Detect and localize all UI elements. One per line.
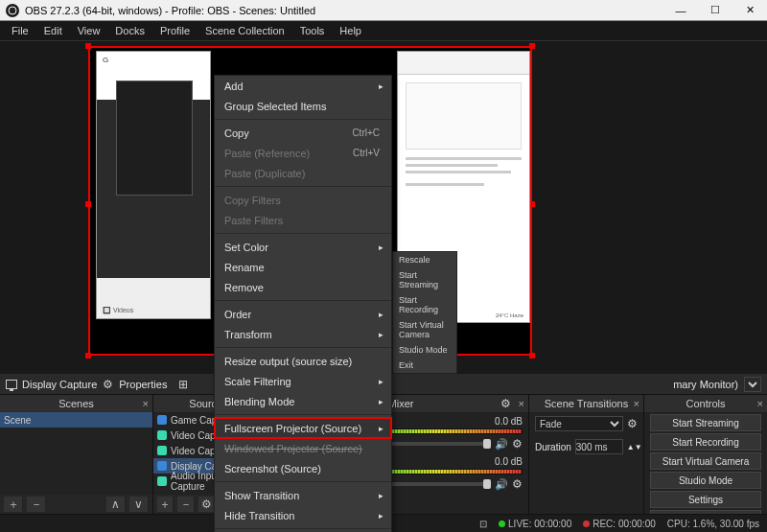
menu-scene-collection[interactable]: Scene Collection: [198, 23, 292, 38]
submenu-item[interactable]: Start Recording: [393, 292, 456, 317]
preview-area[interactable]: G 🔲 Videos 24°C Haze RescaleStart Stream…: [0, 40, 767, 373]
ctx-windowed-projector-source-[interactable]: Windowed Projector (Source): [215, 438, 391, 458]
control-start-virtual-camera-button[interactable]: Start Virtual Camera: [650, 452, 761, 470]
remove-scene-button[interactable]: －: [27, 497, 46, 512]
source-type-icon: [157, 415, 167, 425]
menu-file[interactable]: File: [4, 23, 36, 38]
properties-label[interactable]: Properties: [119, 379, 167, 390]
add-scene-button[interactable]: ＋: [4, 497, 23, 512]
rec-label: REC: 00:00:00: [593, 519, 656, 529]
scene-up-button[interactable]: ∧: [106, 497, 126, 512]
ctx-blending-mode[interactable]: Blending Mode▸: [215, 391, 391, 411]
maximize-button[interactable]: ☐: [698, 0, 732, 21]
ctx-remove[interactable]: Remove: [215, 277, 391, 297]
ctx-paste-duplicate-: Paste (Duplicate): [215, 163, 391, 183]
context-submenu[interactable]: RescaleStart StreamingStart RecordingSta…: [392, 251, 457, 374]
shortcut-label: Ctrl+C: [352, 127, 380, 138]
dock-close-icon[interactable]: ×: [143, 398, 149, 409]
duration-label: Duration: [535, 442, 571, 452]
resize-handle[interactable]: [85, 201, 91, 207]
speaker-icon[interactable]: 🔊: [495, 478, 508, 491]
submenu-item[interactable]: Exit: [393, 358, 456, 373]
transition-select[interactable]: Fade: [535, 416, 623, 431]
ctx-rename[interactable]: Rename: [215, 257, 391, 277]
control-exit-button[interactable]: Exit: [650, 510, 761, 514]
ctx-resize-output-source-size-[interactable]: Resize output (source size): [215, 351, 391, 371]
control-settings-button[interactable]: Settings: [650, 491, 761, 508]
source-properties-button[interactable]: ⚙: [103, 378, 113, 391]
ctx-order[interactable]: Order▸: [215, 304, 391, 324]
ctx-set-color[interactable]: Set Color▸: [215, 237, 391, 257]
submenu-item[interactable]: Start Streaming: [393, 267, 456, 292]
source-properties-btn[interactable]: ⚙: [198, 497, 215, 512]
live-dot-icon: [499, 520, 505, 527]
resize-handle[interactable]: [85, 353, 91, 359]
submenu-item[interactable]: Start Virtual Camera: [393, 317, 456, 342]
track-db: 0.0 dB: [495, 456, 523, 467]
shortcut-label: Ctrl+V: [353, 148, 380, 158]
minimize-button[interactable]: —: [663, 0, 698, 21]
source-filters-button[interactable]: ⊞: [178, 378, 188, 391]
resize-handle[interactable]: [529, 43, 535, 49]
ctx-show-transition[interactable]: Show Transition▸: [215, 485, 391, 505]
ctx-fullscreen-projector-source-[interactable]: Fullscreen Projector (Source)▸: [215, 418, 391, 438]
ctx-hide-transition[interactable]: Hide Transition▸: [215, 505, 391, 525]
menu-tools[interactable]: Tools: [292, 23, 333, 38]
ctx-transform[interactable]: Transform▸: [215, 324, 391, 344]
add-source-button[interactable]: ＋: [157, 497, 174, 512]
track-settings-icon[interactable]: ⚙: [512, 477, 523, 491]
dock-close-icon[interactable]: ×: [757, 398, 763, 409]
resize-handle[interactable]: [85, 43, 91, 49]
transitions-header: Scene Transitions: [545, 398, 628, 409]
ctx-copy[interactable]: CopyCtrl+C: [215, 123, 391, 143]
source-context-menu[interactable]: Add▸Group Selected ItemsCopyCtrl+CPaste …: [214, 75, 392, 532]
submenu-arrow-icon: ▸: [379, 243, 384, 252]
menu-profile[interactable]: Profile: [152, 23, 198, 38]
control-start-recording-button[interactable]: Start Recording: [650, 433, 761, 451]
duration-stepper[interactable]: ▲▼: [627, 443, 642, 451]
submenu-arrow-icon: ▸: [379, 81, 384, 91]
dock-close-icon[interactable]: ×: [634, 398, 639, 409]
scene-down-button[interactable]: ∨: [129, 497, 149, 512]
menu-docks[interactable]: Docks: [107, 23, 152, 38]
ctx-screenshot-source-[interactable]: Screenshot (Source): [215, 458, 391, 478]
captured-thumbnail-left: G 🔲 Videos: [96, 51, 211, 319]
duration-input[interactable]: [575, 439, 623, 454]
menu-help[interactable]: Help: [332, 23, 369, 38]
menu-separator: [215, 233, 391, 234]
selected-source-label: Display Capture: [6, 379, 97, 390]
resize-handle[interactable]: [529, 353, 535, 359]
submenu-item[interactable]: Rescale: [393, 252, 456, 267]
source-type-icon: [157, 446, 167, 455]
remove-source-button[interactable]: －: [177, 497, 194, 512]
dock-close-icon[interactable]: ×: [519, 398, 524, 409]
menu-bar: FileEditViewDocksProfileScene Collection…: [0, 21, 767, 40]
control-studio-mode-button[interactable]: Studio Mode: [650, 472, 761, 489]
menu-edit[interactable]: Edit: [36, 23, 70, 38]
mixer-settings-icon[interactable]: ⚙: [500, 397, 511, 410]
ctx-group-selected-items[interactable]: Group Selected Items: [215, 96, 391, 116]
ctx-paste-filters: Paste Filters: [215, 210, 391, 230]
speaker-icon[interactable]: 🔊: [495, 438, 508, 451]
track-settings-icon[interactable]: ⚙: [512, 437, 523, 451]
submenu-item[interactable]: Studio Mode: [393, 342, 456, 358]
menu-separator: [215, 300, 391, 301]
source-type-icon: [157, 430, 167, 440]
menu-separator: [215, 481, 391, 482]
cpu-label: CPU: 1.6%, 30.00 fps: [667, 519, 759, 529]
menu-view[interactable]: View: [70, 23, 108, 38]
control-start-streaming-button[interactable]: Start Streaming: [650, 414, 761, 431]
display-icon: [6, 380, 17, 389]
scene-item[interactable]: Scene: [0, 412, 152, 428]
obs-logo-icon: [6, 4, 19, 17]
monitor-select[interactable]: [744, 377, 761, 392]
ctx-scale-filtering[interactable]: Scale Filtering▸: [215, 371, 391, 391]
submenu-arrow-icon: ▸: [379, 330, 384, 339]
menu-separator: [215, 347, 391, 348]
ctx-add[interactable]: Add▸: [215, 76, 391, 96]
scenes-header: Scenes: [58, 398, 94, 409]
close-button[interactable]: ✕: [732, 0, 767, 21]
transition-settings-icon[interactable]: ⚙: [627, 417, 638, 430]
svg-point-0: [9, 7, 16, 14]
submenu-arrow-icon: ▸: [379, 397, 384, 406]
